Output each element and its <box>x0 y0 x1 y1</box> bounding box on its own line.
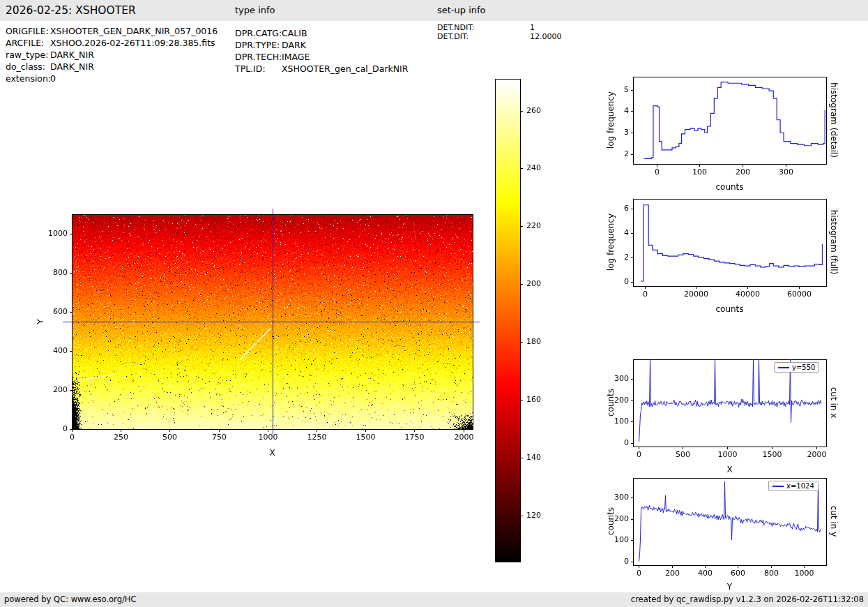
meta-value: IMAGE <box>282 52 310 62</box>
meta-label: TPL.ID: <box>235 63 282 75</box>
meta-value: 1 <box>530 23 535 32</box>
cut-x-ylabel: counts <box>606 361 616 444</box>
meta-value: XSHOOTER_gen_cal_DarkNIR <box>282 63 408 74</box>
legend-cut-y-label: x=1024 <box>786 482 814 490</box>
main-plot-ylabel: Y <box>36 294 45 350</box>
meta-label: ARCFILE: <box>6 37 50 49</box>
row-do-class: do_class:DARK_NIR <box>6 61 218 73</box>
row-dpr-catg: DPR.CATG:CALIB <box>235 27 408 39</box>
legend-line-sample <box>778 367 789 368</box>
colorbar-canvas <box>487 73 560 572</box>
row-tpl-id: TPL.ID:XSHOOTER_gen_cal_DarkNIR <box>235 63 408 75</box>
row-dpr-type: DPR.TYPE:DARK <box>235 39 408 51</box>
page-title: 2026-02-25: XSHOOTER <box>6 0 136 21</box>
type-info-block: DPR.CATG:CALIB DPR.TYPE:DARK DPR.TECH:IM… <box>235 27 408 75</box>
footer-right-text: created by qc_rawdisp.py v1.2.3 on 2026-… <box>631 592 864 607</box>
meta-value: DARK_NIR <box>50 61 94 72</box>
histogram-full-canvas <box>598 192 835 305</box>
row-arcfile: ARCFILE:XSHOO.2026-02-26T11:09:28.385.fi… <box>6 37 218 49</box>
meta-value: 0 <box>50 73 56 84</box>
row-det-ndit: DET.NDIT:1 <box>437 23 562 32</box>
hist-detail-right-label: histogram (detail) <box>829 75 839 165</box>
type-info-heading: type info <box>235 0 275 21</box>
meta-label: DET.DIT: <box>437 32 530 41</box>
row-det-dit: DET.DIT:12.0000 <box>437 32 562 41</box>
cut-y-right-label: cut in y <box>829 476 839 567</box>
meta-label: do_class: <box>6 61 50 73</box>
hist-full-xlabel: counts <box>633 304 826 314</box>
legend-cut-x-label: y=550 <box>792 364 815 371</box>
meta-label: DPR.TYPE: <box>235 39 282 51</box>
meta-label: DPR.CATG: <box>235 27 282 39</box>
legend-line-sample <box>772 486 784 487</box>
row-origfile: ORIGFILE:XSHOOTER_GEN_DARK_NIR_057_0016 <box>6 25 218 37</box>
cut-x-right-label: cut in x <box>829 357 839 448</box>
legend-cut-y: x=1024 <box>768 481 818 491</box>
setup-info-block: DET.NDIT:1 DET.DIT:12.0000 <box>437 23 562 41</box>
footer-left-text: powered by QC: www.eso.org/HC <box>4 592 136 607</box>
cut-x-xlabel: X <box>633 465 826 474</box>
row-extension: extension:0 <box>6 73 218 84</box>
footer-bar: powered by QC: www.eso.org/HC created by… <box>0 592 868 607</box>
setup-info-heading: set-up info <box>437 0 486 21</box>
hist-full-ylabel: log frequency <box>606 200 616 284</box>
meta-label: ORIGFILE: <box>6 25 50 37</box>
file-info-block: ORIGFILE:XSHOOTER_GEN_DARK_NIR_057_0016 … <box>6 25 218 84</box>
meta-label: DPR.TECH: <box>235 51 282 63</box>
hist-detail-ylabel: log frequency <box>606 78 616 162</box>
header-bar: 2026-02-25: XSHOOTER type info set-up in… <box>0 0 868 21</box>
cut-y-ylabel: counts <box>606 479 616 563</box>
cut-y-xlabel: Y <box>633 582 826 592</box>
meta-label: DET.NDIT: <box>437 23 530 32</box>
meta-value: CALIB <box>282 28 307 38</box>
main-plot-xlabel: X <box>72 448 473 458</box>
meta-label: extension: <box>6 73 50 84</box>
meta-value: DARK_NIR <box>50 50 94 60</box>
hist-full-right-label: histogram (full) <box>829 197 839 287</box>
histogram-detail-canvas <box>598 70 835 183</box>
meta-value: DARK <box>282 40 306 50</box>
hist-detail-xlabel: counts <box>633 182 826 192</box>
meta-value: XSHOOTER_GEN_DARK_NIR_057_0016 <box>50 26 218 36</box>
qc-report-page: 2026-02-25: XSHOOTER type info set-up in… <box>0 0 868 607</box>
detector-image-canvas <box>38 204 498 463</box>
legend-cut-x: y=550 <box>774 362 819 373</box>
meta-value: 12.0000 <box>530 32 562 41</box>
row-dpr-tech: DPR.TECH:IMAGE <box>235 51 408 63</box>
meta-label: raw_type: <box>6 49 50 61</box>
meta-value: XSHOO.2026-02-26T11:09:28.385.fits <box>50 38 215 48</box>
row-raw-type: raw_type:DARK_NIR <box>6 49 218 61</box>
